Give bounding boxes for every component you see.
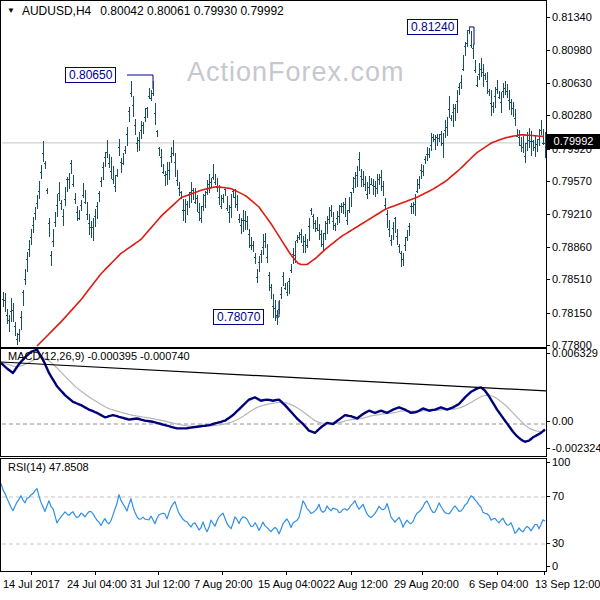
macd-chart-svg: [1, 349, 546, 456]
forex-chart-window: ActionForex.com ▼AUDUSD,H40.80042 0.8006…: [0, 0, 600, 600]
y-axis-label: 0.80280: [552, 109, 592, 121]
y-axis-label: 0: [552, 560, 558, 572]
x-axis-label: 14 Jul 2017: [3, 578, 60, 590]
x-axis-label: 6 Sep 04:00: [469, 578, 528, 590]
current-price-tag: 0.79992: [547, 134, 600, 149]
y-axis-label: 0.79210: [552, 208, 592, 220]
y-axis-label: 0.78510: [552, 273, 592, 285]
symbol-label: AUDUSD,H4: [22, 4, 91, 18]
x-axis-label: 31 Jul 12:00: [130, 578, 190, 590]
y-axis-label: 0.81340: [552, 11, 592, 23]
price-chart-svg: [1, 1, 546, 347]
x-axis-label: 29 Aug 20:00: [394, 578, 459, 590]
y-axis-label: 0.00: [552, 415, 573, 427]
chart-title: ▼AUDUSD,H40.80042 0.80061 0.79930 0.7999…: [7, 4, 284, 18]
x-axis-label: 22 Aug 12:00: [323, 578, 388, 590]
y-axis-label: 0.006329: [552, 347, 598, 359]
price-panel: ActionForex.com ▼AUDUSD,H40.80042 0.8006…: [0, 0, 547, 348]
rsi-panel: RSI(14) 47.8508: [0, 458, 547, 572]
rsi-label: RSI(14) 47.8508: [8, 461, 89, 473]
y-axis-label: 0.79570: [552, 175, 592, 187]
rsi-chart-svg: [1, 459, 546, 571]
x-axis-label: 13 Sep 12:00: [535, 578, 600, 590]
y-axis-label: 30: [552, 537, 564, 549]
swing-price-annotation: 0.80650: [65, 67, 116, 83]
y-axis-label: 100: [552, 456, 570, 468]
symbol-dropdown-icon[interactable]: ▼: [7, 6, 15, 15]
y-axis-label: 0.80630: [552, 77, 592, 89]
swing-price-annotation: 0.81240: [407, 19, 458, 35]
x-axis-label: 15 Aug 04:00: [258, 578, 323, 590]
macd-label: MACD(12,26,9) -0.000395 -0.000740: [8, 350, 190, 362]
x-axis-label: 7 Aug 20:00: [194, 578, 253, 590]
ohlc-values: 0.80042 0.80061 0.79930 0.79992: [100, 4, 284, 18]
y-axis-label: 0.77800: [552, 339, 592, 351]
y-axis-label: 0.78860: [552, 241, 592, 253]
macd-panel: MACD(12,26,9) -0.000395 -0.000740: [0, 348, 547, 457]
swing-price-annotation: 0.78070: [213, 309, 264, 325]
y-axis-label: -0.002324: [552, 442, 600, 454]
x-axis-label: 24 Jul 04:00: [67, 578, 127, 590]
y-axis-label: 70: [552, 490, 564, 502]
y-axis-label: 0.80980: [552, 44, 592, 56]
y-axis-label: 0.78150: [552, 307, 592, 319]
